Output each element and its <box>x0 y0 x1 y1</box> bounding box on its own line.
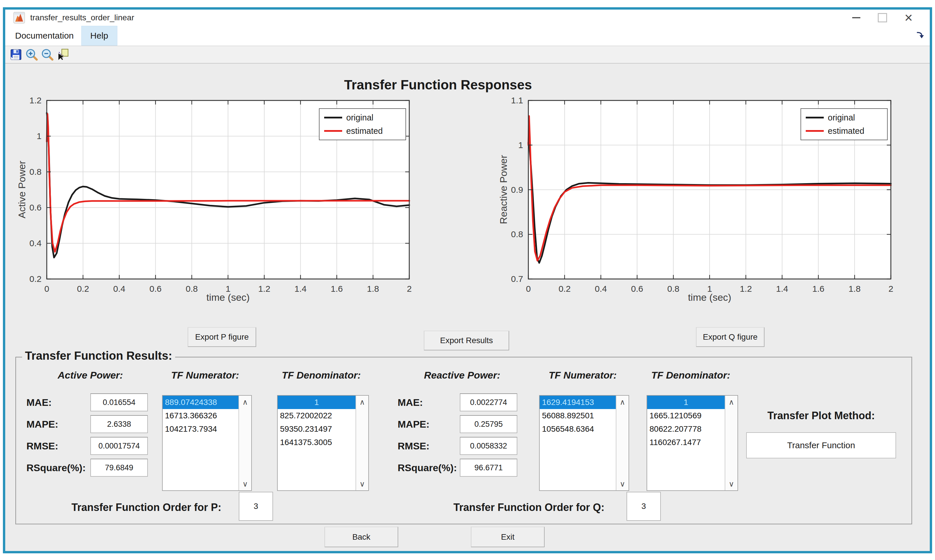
order-p-label: Transfer Function Order for P: <box>71 502 221 514</box>
save-icon <box>9 48 23 61</box>
minimize-icon <box>852 17 860 18</box>
data-cursor-button[interactable] <box>55 47 71 62</box>
transfer-plot-method-label: Transfer Plot Method: <box>767 409 875 422</box>
mape-p-value[interactable]: 2.6338 <box>90 415 148 433</box>
y-tick-label: 1.2 <box>29 95 42 105</box>
zoom-in-button[interactable] <box>24 47 40 62</box>
order-p-field[interactable]: 3 <box>239 492 273 521</box>
legend-entry: estimated <box>319 124 405 138</box>
scrollbar[interactable]: ∧ ∨ <box>356 396 368 490</box>
menu-documentation[interactable]: Documentation <box>9 26 80 46</box>
close-button[interactable]: × <box>895 9 922 26</box>
export-p-figure-button[interactable]: Export P figure <box>188 327 256 347</box>
scroll-down-icon[interactable]: ∨ <box>239 478 251 490</box>
listbox-item[interactable]: 1160267.1477 <box>647 436 725 449</box>
legend[interactable]: originalestimated <box>319 108 406 140</box>
scroll-up-icon[interactable]: ∧ <box>725 396 738 408</box>
figure-title: Transfer Function Responses <box>344 77 532 92</box>
mae-q-value[interactable]: 0.0022774 <box>460 393 517 411</box>
mae-q-label: MAE: <box>397 397 423 408</box>
zoom-out-button[interactable] <box>40 47 55 62</box>
x-tick-label: 0 <box>45 284 49 294</box>
active-power-xlabel: time (sec) <box>206 292 250 303</box>
matlab-icon <box>13 12 25 23</box>
scroll-up-icon[interactable]: ∧ <box>356 396 368 408</box>
tf-denominator-p-header: TF Denominator: <box>282 369 361 381</box>
legend-label: original <box>828 113 855 123</box>
mape-q-value[interactable]: 0.25795 <box>460 415 517 433</box>
y-tick-label: 0.7 <box>511 274 523 284</box>
tf-denominator-q-listbox[interactable]: 11665.121056980622.2077781160267.1477 ∧ … <box>647 395 738 491</box>
menu-help[interactable]: Help <box>81 26 117 46</box>
scrollbar[interactable]: ∧ ∨ <box>725 396 738 490</box>
mape-q-label: MAPE: <box>397 418 430 430</box>
x-tick-label: 0.6 <box>631 284 643 294</box>
title-bar[interactable]: transfer_results_order_linear × <box>5 9 930 26</box>
mae-p-value[interactable]: 0.016554 <box>90 393 148 411</box>
tf-numerator-p-header: TF Numerator: <box>171 369 239 381</box>
x-tick-label: 2 <box>889 284 893 294</box>
rmse-p-value[interactable]: 0.00017574 <box>90 437 148 455</box>
y-tick-label: 0.4 <box>29 238 42 248</box>
listbox-item[interactable]: 16713.366326 <box>163 409 239 422</box>
x-tick-label: 0.8 <box>667 284 679 294</box>
dock-icon[interactable] <box>915 31 925 40</box>
exit-button[interactable]: Exit <box>471 527 545 547</box>
legend-entry: original <box>319 111 405 124</box>
maximize-icon <box>878 13 887 22</box>
legend-line-sample <box>806 117 824 118</box>
listbox-item[interactable]: 1 <box>278 396 356 409</box>
listbox-item[interactable]: 1641375.3005 <box>278 436 356 449</box>
x-tick-label: 0.2 <box>77 284 89 294</box>
listbox-item[interactable]: 1056548.6364 <box>540 422 616 436</box>
tf-numerator-q-listbox[interactable]: 1629.419415356088.8925011056548.6364 ∧ ∨ <box>539 395 629 491</box>
scrollbar[interactable]: ∧ ∨ <box>239 396 251 490</box>
back-button[interactable]: Back <box>325 527 398 547</box>
scroll-up-icon[interactable]: ∧ <box>239 396 251 408</box>
legend-label: estimated <box>346 126 383 136</box>
export-results-button[interactable]: Export Results <box>424 331 509 351</box>
x-tick-label: 1.6 <box>331 284 343 294</box>
scroll-down-icon[interactable]: ∨ <box>616 478 628 490</box>
x-tick-label: 1.2 <box>258 284 270 294</box>
x-tick-label: 1.4 <box>294 284 307 294</box>
listbox-item[interactable]: 825.72002022 <box>278 409 356 422</box>
legend-label: original <box>346 113 374 123</box>
scrollbar[interactable]: ∧ ∨ <box>616 396 628 490</box>
listbox-item[interactable]: 1665.1210569 <box>647 409 725 422</box>
order-q-field[interactable]: 3 <box>627 492 661 521</box>
x-tick-label: 0.4 <box>113 284 125 294</box>
export-q-figure-button[interactable]: Export Q figure <box>696 327 764 347</box>
legend[interactable]: originalestimated <box>801 108 888 140</box>
scroll-down-icon[interactable]: ∨ <box>356 478 368 490</box>
tf-denominator-p-listbox[interactable]: 1825.7200202259350.2314971641375.3005 ∧ … <box>277 395 369 491</box>
rsquare-p-value[interactable]: 79.6849 <box>90 459 148 477</box>
save-button[interactable] <box>8 47 24 62</box>
rmse-q-label: RMSE: <box>397 440 430 452</box>
x-tick-label: 0.2 <box>559 284 571 294</box>
transfer-function-method-button[interactable]: Transfer Function <box>746 432 896 458</box>
maximize-button[interactable] <box>869 9 895 26</box>
x-tick-label: 1.8 <box>849 284 861 294</box>
listbox-item[interactable]: 1629.4194153 <box>540 396 616 409</box>
scroll-down-icon[interactable]: ∨ <box>725 478 738 490</box>
listbox-item[interactable]: 80622.207778 <box>647 422 725 436</box>
tf-numerator-p-listbox[interactable]: 889.0742433816713.3663261042173.7934 ∧ ∨ <box>162 395 252 491</box>
y-tick-label: 0.6 <box>29 203 42 212</box>
x-tick-label: 1.4 <box>776 284 788 294</box>
listbox-item[interactable]: 56088.892501 <box>540 409 616 422</box>
legend-line-sample <box>324 117 342 118</box>
listbox-item[interactable]: 1 <box>647 396 725 409</box>
rmse-q-value[interactable]: 0.0058332 <box>460 437 517 455</box>
rsquare-p-label: RSquare(%): <box>26 462 86 474</box>
reactive-power-xlabel: time (sec) <box>688 292 731 303</box>
listbox-item[interactable]: 1042173.7934 <box>163 422 239 436</box>
tf-denominator-q-header: TF Denominator: <box>651 369 730 381</box>
x-tick-label: 1.8 <box>367 284 379 294</box>
legend-label: estimated <box>828 126 864 136</box>
listbox-item[interactable]: 889.07424338 <box>163 396 239 409</box>
rsquare-q-value[interactable]: 96.6771 <box>460 459 517 477</box>
minimize-button[interactable] <box>843 9 869 26</box>
listbox-item[interactable]: 59350.231497 <box>278 422 356 436</box>
scroll-up-icon[interactable]: ∧ <box>616 396 628 408</box>
